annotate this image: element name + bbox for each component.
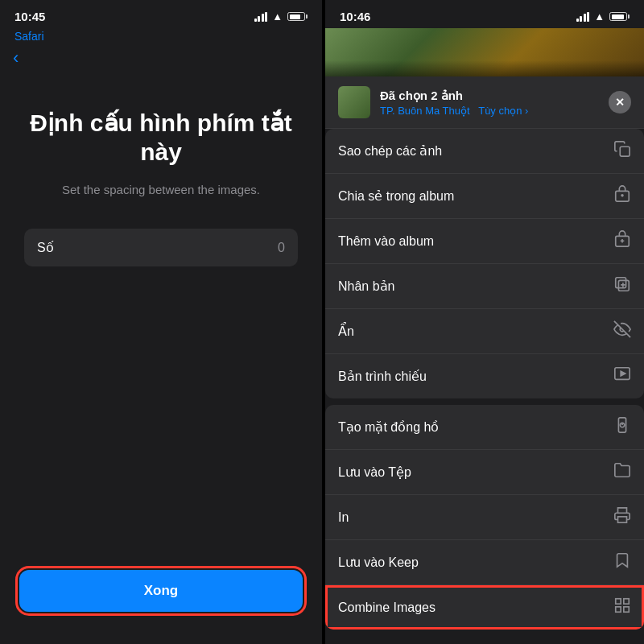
sub-text: Set the spacing between the images. (62, 183, 260, 196)
battery-icon-right (609, 12, 630, 21)
menu-item-save-keep-label: Lưu vào Keep (338, 555, 419, 570)
bottom-area: Xong (0, 554, 322, 644)
svg-rect-17 (616, 599, 621, 604)
menu-item-watch-face-label: Tạo mặt đồng hồ (338, 419, 439, 435)
nav-bar-left: ‹ (0, 43, 322, 76)
edit-actions: Sửa tác vụ... (325, 636, 644, 644)
menu-section-2: Tạo mặt đồng hồ Lưu vào Tệp (325, 405, 644, 630)
menu-item-duplicate-label: Nhân bản (338, 279, 395, 294)
back-button[interactable]: ‹ (13, 47, 19, 68)
sheet-title: Đã chọn 2 ảnh (380, 89, 599, 103)
menu-item-combine-images-label: Combine Images (338, 601, 436, 615)
duplicate-icon (613, 275, 631, 297)
status-bar-left: 10:45 ▲ (0, 0, 322, 28)
status-icons-left: ▲ (254, 10, 308, 23)
input-value: 0 (278, 241, 285, 255)
menu-item-add-album[interactable]: Thêm vào album (325, 219, 644, 264)
svg-rect-19 (616, 607, 621, 612)
svg-rect-7 (616, 278, 626, 288)
svg-rect-0 (620, 147, 630, 156)
status-bar-right: 10:46 ▲ (325, 0, 644, 28)
menu-item-print[interactable]: In (325, 495, 644, 540)
input-row: Số 0 (24, 229, 298, 266)
status-icons-right: ▲ (576, 10, 630, 23)
close-button[interactable]: ✕ (609, 91, 631, 114)
sheet-options-link[interactable]: Tùy chọn (478, 105, 522, 117)
menu-item-slideshow[interactable]: Bản trình chiếu (325, 354, 644, 398)
sheet-info: Đã chọn 2 ảnh TP. Buôn Ma Thuột Tùy chọn… (380, 89, 599, 117)
main-title: Định cấu hình phím tắt này (24, 109, 298, 167)
menu-item-share-album[interactable]: Chia sẻ trong album (325, 174, 644, 219)
grid-icon (613, 597, 631, 618)
menu-item-copy[interactable]: Sao chép các ảnh (325, 129, 644, 174)
right-panel: 10:46 ▲ Đã chọn 2 ảnh (325, 0, 644, 644)
signal-icon-left (254, 12, 268, 22)
print-icon (613, 506, 631, 528)
svg-marker-12 (621, 371, 625, 376)
done-button[interactable]: Xong (19, 570, 303, 612)
menu-item-copy-label: Sao chép các ảnh (338, 143, 442, 159)
menu-list: Sao chép các ảnh Chia sẻ trong album (325, 129, 644, 644)
add-album-icon (613, 230, 631, 252)
time-left: 10:45 (14, 10, 45, 23)
input-label: Số (37, 240, 54, 255)
copy-icon (613, 140, 631, 162)
watch-face-icon (613, 416, 631, 438)
menu-item-print-label: In (338, 510, 349, 525)
menu-item-slideshow-label: Bản trình chiếu (338, 369, 427, 384)
time-right: 10:46 (340, 10, 370, 23)
wifi-icon-right: ▲ (594, 10, 605, 23)
menu-item-hide-label: Ẩn (338, 324, 354, 339)
app-name: Safari (0, 28, 322, 43)
svg-rect-6 (618, 280, 629, 291)
slideshow-icon (613, 365, 631, 387)
svg-rect-16 (618, 517, 627, 522)
folder-icon (613, 461, 631, 483)
menu-item-save-files[interactable]: Lưu vào Tệp (325, 450, 644, 495)
menu-item-share-album-label: Chia sẻ trong album (338, 188, 454, 204)
photo-strip (325, 28, 644, 76)
battery-icon-left (287, 12, 308, 21)
bookmark-icon (613, 551, 631, 573)
menu-section-1: Sao chép các ảnh Chia sẻ trong album (325, 129, 644, 398)
sheet-subtitle: TP. Buôn Ma Thuột Tùy chọn › (380, 105, 599, 117)
menu-item-duplicate[interactable]: Nhân bản (325, 264, 644, 309)
menu-item-hide[interactable]: Ẩn (325, 309, 644, 354)
left-content: Định cấu hình phím tắt này Set the spaci… (0, 76, 322, 554)
signal-icon-right (576, 12, 590, 22)
share-album-icon (613, 185, 631, 207)
menu-item-combine-images[interactable]: Combine Images (325, 585, 644, 630)
svg-point-2 (621, 195, 623, 196)
svg-rect-20 (624, 607, 629, 612)
chevron-right-icon: › (525, 105, 528, 117)
sheet-thumbnail (338, 86, 370, 118)
svg-rect-18 (624, 599, 629, 604)
menu-item-save-keep[interactable]: Lưu vào Keep (325, 540, 644, 585)
menu-item-add-album-label: Thêm vào album (338, 234, 434, 249)
hide-icon (613, 320, 631, 342)
sheet-header: Đã chọn 2 ảnh TP. Buôn Ma Thuột Tùy chọn… (325, 76, 644, 129)
left-panel: 10:45 ▲ Safari ‹ Định cấu h (0, 0, 322, 644)
wifi-icon-left: ▲ (272, 10, 283, 23)
sheet-location: TP. Buôn Ma Thuột (380, 105, 470, 117)
menu-item-save-files-label: Lưu vào Tệp (338, 464, 411, 480)
menu-item-watch-face[interactable]: Tạo mặt đồng hồ (325, 405, 644, 450)
